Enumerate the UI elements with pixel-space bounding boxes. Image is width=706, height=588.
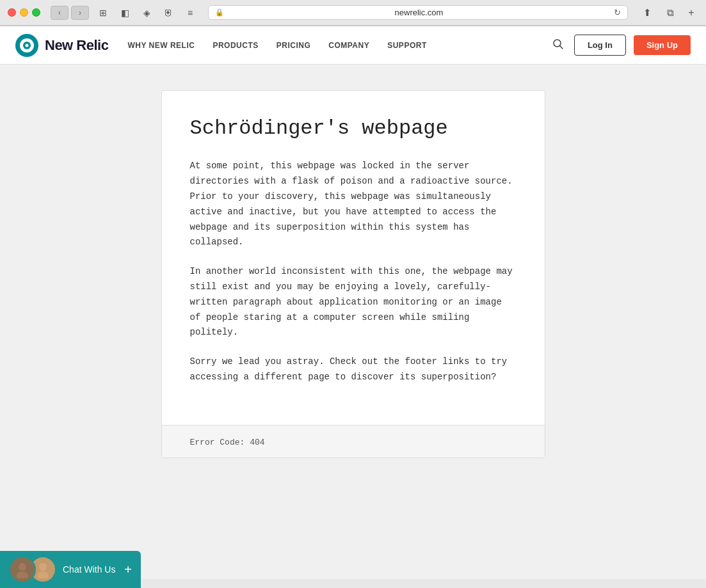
error-title: Schrödinger's webpage bbox=[190, 116, 517, 141]
browser-nav-buttons: ‹ › bbox=[51, 6, 89, 20]
menu-icon[interactable]: ≡ bbox=[181, 6, 199, 20]
svg-point-9 bbox=[37, 571, 49, 578]
lock-icon: 🔒 bbox=[215, 8, 224, 17]
error-code-value: 404 bbox=[250, 438, 264, 447]
nav-company[interactable]: COMPANY bbox=[328, 41, 369, 50]
signup-button[interactable]: Sign Up bbox=[634, 35, 691, 55]
close-button[interactable] bbox=[8, 8, 16, 17]
website-content: New Relic WHY NEW RELIC PRODUCTS PRICING… bbox=[0, 26, 706, 579]
search-icon[interactable] bbox=[552, 38, 564, 52]
error-footer: Error Code: 404 bbox=[162, 425, 545, 457]
chat-plus-icon: + bbox=[124, 562, 132, 577]
error-paragraph-3: Sorry we lead you astray. Check out the … bbox=[190, 354, 517, 385]
login-button[interactable]: Log In bbox=[574, 35, 626, 56]
error-code: Error Code: 404 bbox=[190, 438, 265, 447]
traffic-lights bbox=[8, 8, 40, 17]
error-card: Schrödinger's webpage At some point, thi… bbox=[161, 90, 545, 458]
logo-icon bbox=[15, 34, 38, 57]
error-paragraph-2: In another world inconsistent with this … bbox=[190, 264, 517, 340]
browser-titlebar: ‹ › ⊞ ◧ ◈ ⛨ ≡ 🔒 newrelic.com ↻ ⬆ ⧉ + bbox=[0, 0, 706, 26]
browser-toolbar-icons: ⊞ ◧ ◈ ⛨ ≡ bbox=[94, 6, 199, 20]
new-tab-button[interactable]: + bbox=[684, 6, 698, 20]
svg-point-3 bbox=[26, 44, 29, 47]
chat-widget[interactable]: Chat With Us + bbox=[0, 551, 141, 588]
reading-list-icon[interactable]: ⊞ bbox=[94, 6, 112, 20]
pocket-icon[interactable]: ◈ bbox=[138, 6, 156, 20]
error-code-label: Error Code: bbox=[190, 438, 245, 447]
nav-why-new-relic[interactable]: WHY NEW RELIC bbox=[127, 41, 195, 50]
error-body: Schrödinger's webpage At some point, thi… bbox=[162, 91, 545, 425]
back-button[interactable]: ‹ bbox=[51, 6, 68, 20]
nav-pricing[interactable]: PRICING bbox=[277, 41, 311, 50]
share-button[interactable]: ⬆ bbox=[638, 6, 656, 20]
shield-icon[interactable]: ⛨ bbox=[159, 6, 177, 20]
svg-point-8 bbox=[39, 563, 47, 571]
forward-button[interactable]: › bbox=[71, 6, 89, 20]
logo-text: New Relic bbox=[45, 37, 108, 54]
chat-avatars bbox=[9, 556, 56, 583]
nav-support[interactable]: SUPPORT bbox=[387, 41, 427, 50]
nav-actions: Log In Sign Up bbox=[574, 35, 691, 56]
chat-avatar-1 bbox=[9, 556, 36, 583]
browser-actions: ⬆ ⧉ + bbox=[638, 6, 698, 20]
chat-label: Chat With Us bbox=[63, 564, 118, 575]
refresh-button[interactable]: ↻ bbox=[614, 8, 621, 17]
address-bar[interactable]: 🔒 newrelic.com ↻ bbox=[208, 5, 628, 20]
tab-overview-button[interactable]: ⧉ bbox=[661, 6, 679, 20]
nav-products[interactable]: PRODUCTS bbox=[213, 41, 258, 50]
minimize-button[interactable] bbox=[20, 8, 28, 17]
browser-chrome: ‹ › ⊞ ◧ ◈ ⛨ ≡ 🔒 newrelic.com ↻ ⬆ ⧉ + bbox=[0, 0, 706, 26]
maximize-button[interactable] bbox=[32, 8, 40, 17]
svg-line-5 bbox=[559, 45, 563, 49]
main-content: Schrödinger's webpage At some point, thi… bbox=[0, 65, 706, 497]
address-text: newrelic.com bbox=[228, 8, 610, 17]
nav-logo[interactable]: New Relic bbox=[15, 34, 108, 57]
layers-icon[interactable]: ◧ bbox=[116, 6, 134, 20]
svg-point-6 bbox=[19, 563, 26, 571]
nav-links: WHY NEW RELIC PRODUCTS PRICING COMPANY S… bbox=[127, 41, 552, 50]
main-nav: New Relic WHY NEW RELIC PRODUCTS PRICING… bbox=[0, 26, 706, 65]
error-paragraph-1: At some point, this webpage was locked i… bbox=[190, 159, 517, 250]
svg-point-7 bbox=[17, 571, 28, 578]
